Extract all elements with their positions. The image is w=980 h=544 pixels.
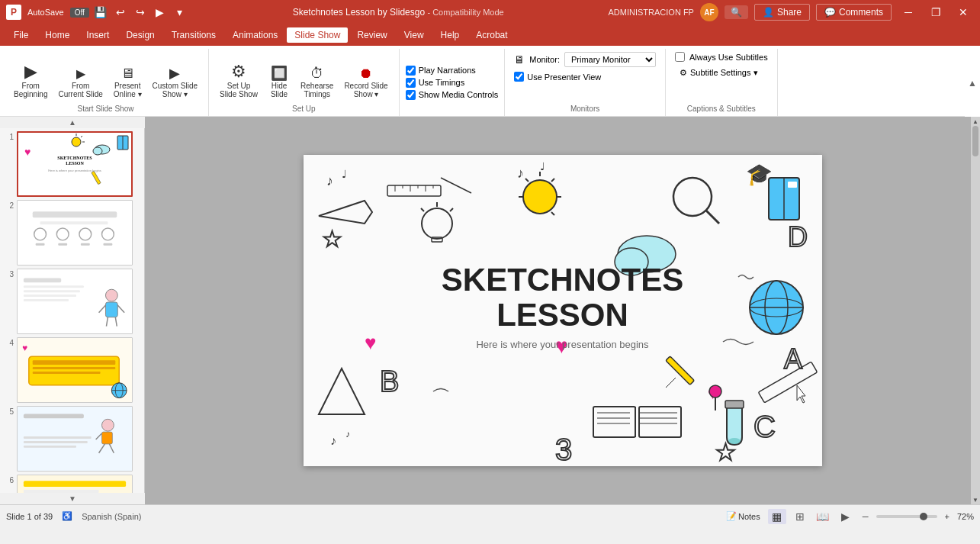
record-label: Record SlideShow ▾ bbox=[344, 82, 387, 98]
quick-access-dropdown[interactable]: ▾ bbox=[172, 4, 188, 21]
menu-help[interactable]: Help bbox=[433, 27, 468, 43]
presenter-view-checkbox[interactable] bbox=[514, 72, 524, 82]
ribbon-collapse-button[interactable]: ▲ bbox=[965, 46, 980, 117]
record-slide-show-button[interactable]: ⏺ Record SlideShow ▾ bbox=[339, 63, 392, 101]
scroll-up-arrow[interactable]: ▲ bbox=[971, 117, 980, 126]
autosave-toggle[interactable]: Off bbox=[70, 8, 89, 18]
notes-button[interactable]: 📝 Notes bbox=[723, 510, 763, 523]
subtitle-settings-button[interactable]: ⚙ Subtitle Settings ▾ bbox=[675, 66, 768, 79]
redo-button[interactable]: ↪ bbox=[132, 4, 149, 21]
zoom-thumb[interactable] bbox=[920, 513, 927, 520]
slide-thumb-3[interactable] bbox=[17, 269, 133, 334]
monitor-select[interactable]: Primary Monitor Monitor 1 Monitor 2 bbox=[564, 52, 656, 67]
menu-animations[interactable]: Animations bbox=[225, 27, 285, 43]
share-button[interactable]: 👤 Share bbox=[754, 4, 810, 21]
restore-button[interactable]: ❐ bbox=[925, 2, 946, 23]
scroll-down-arrow[interactable]: ▼ bbox=[971, 495, 980, 504]
slide-item-1[interactable]: 1 ♥ bbox=[3, 131, 141, 197]
menu-view[interactable]: View bbox=[397, 27, 432, 43]
slide-item-4[interactable]: 4 ♥ bbox=[3, 337, 141, 403]
svg-rect-26 bbox=[105, 302, 117, 317]
slide-thumb-1[interactable]: ♥ bbox=[17, 131, 133, 197]
play-narrations-label: Play Narrations bbox=[419, 66, 476, 75]
menu-acrobat[interactable]: Acrobat bbox=[468, 27, 515, 43]
title-bar-left: P AutoSave Off 💾 ↩ ↪ ▶ ▾ bbox=[6, 4, 188, 21]
use-timings-checkbox-row[interactable]: Use Timings bbox=[406, 78, 499, 88]
ribbon-content: ▶ FromBeginning ▶ FromCurrent Slide 🖥 Pr… bbox=[0, 46, 980, 117]
show-media-controls-checkbox[interactable] bbox=[406, 90, 416, 100]
always-use-subtitles-checkbox[interactable] bbox=[675, 52, 685, 62]
svg-point-25 bbox=[105, 289, 117, 301]
svg-rect-49 bbox=[24, 490, 99, 493]
slide-item-2[interactable]: 2 bbox=[3, 200, 141, 266]
zoom-out-button[interactable]: ─ bbox=[860, 510, 872, 523]
title-bar: P AutoSave Off 💾 ↩ ↪ ▶ ▾ Sketchnotes Les… bbox=[0, 0, 980, 24]
from-current-slide-button[interactable]: ▶ FromCurrent Slide bbox=[53, 65, 107, 101]
slide-item-6[interactable]: 6 bbox=[3, 475, 141, 493]
present-online-label: PresentOnline ▾ bbox=[114, 82, 142, 98]
zoom-slider[interactable] bbox=[876, 515, 937, 518]
menu-review[interactable]: Review bbox=[349, 27, 394, 43]
view-slideshow-button[interactable]: ▶ bbox=[837, 509, 855, 524]
menu-design[interactable]: Design bbox=[118, 27, 162, 43]
show-media-controls-checkbox-row[interactable]: Show Media Controls bbox=[406, 90, 499, 100]
save-button[interactable]: 💾 bbox=[92, 4, 109, 21]
use-timings-checkbox[interactable] bbox=[406, 78, 416, 88]
menu-transitions[interactable]: Transitions bbox=[164, 27, 223, 43]
menu-file[interactable]: File bbox=[6, 27, 36, 43]
slide-thumb-6[interactable] bbox=[17, 475, 133, 493]
view-slide-sorter-button[interactable]: ⊞ bbox=[791, 509, 809, 524]
search-titlebar[interactable]: 🔍 bbox=[725, 5, 748, 19]
view-normal-button[interactable]: ▦ bbox=[768, 509, 786, 524]
present-online-button[interactable]: 🖥 PresentOnline ▾ bbox=[109, 63, 146, 101]
app-logo: P bbox=[6, 5, 21, 20]
menu-home[interactable]: Home bbox=[37, 27, 77, 43]
monitor-selector-row: 🖥 Monitor: Primary Monitor Monitor 1 Mon… bbox=[514, 52, 656, 67]
panel-scroll-up[interactable]: ▲ bbox=[0, 117, 145, 128]
undo-button[interactable]: ↩ bbox=[112, 4, 129, 21]
svg-rect-35 bbox=[33, 372, 101, 374]
menu-slideshow[interactable]: Slide Show bbox=[287, 27, 348, 43]
ribbon-groups: ▶ FromBeginning ▶ FromCurrent Slide 🖥 Pr… bbox=[0, 49, 980, 116]
title-bar-right: ADMINISTRACION FP AF 🔍 👤 Share 💬 Comment… bbox=[609, 2, 975, 23]
slide-thumb-4[interactable]: ♥ bbox=[17, 337, 133, 403]
panel-scroll-down[interactable]: ▼ bbox=[0, 493, 145, 504]
from-beginning-button[interactable]: ▶ FromBeginning bbox=[9, 60, 52, 101]
rehearse-timings-button[interactable]: ⏱ RehearseTimings bbox=[296, 63, 338, 101]
slide-thumb-2[interactable] bbox=[17, 200, 133, 266]
menu-insert[interactable]: Insert bbox=[79, 27, 117, 43]
comments-button[interactable]: 💬 Comments bbox=[816, 4, 892, 21]
minimize-button[interactable]: ─ bbox=[898, 2, 919, 23]
slide-item-3[interactable]: 3 bbox=[3, 269, 141, 334]
set-up-slide-show-button[interactable]: ⚙ Set UpSlide Show bbox=[215, 60, 262, 101]
presenter-view-row[interactable]: Use Presenter View bbox=[514, 72, 656, 82]
notes-label: Notes bbox=[738, 512, 760, 521]
custom-slide-show-button[interactable]: ▶ Custom SlideShow ▾ bbox=[148, 63, 202, 101]
accessibility-icon[interactable]: ♿ bbox=[59, 510, 76, 523]
slide-number-3: 3 bbox=[3, 269, 14, 278]
rehearse-icon: ⏱ bbox=[310, 66, 324, 80]
slide-thumb-5[interactable] bbox=[17, 406, 133, 472]
scroll-thumb[interactable] bbox=[972, 126, 978, 156]
hide-slide-button[interactable]: 🔲 HideSlide bbox=[264, 63, 294, 101]
play-narrations-checkbox[interactable] bbox=[406, 66, 416, 76]
status-bar: Slide 1 of 39 ♿ Spanish (Spain) 📝 Notes … bbox=[0, 504, 980, 527]
slide-number-4: 4 bbox=[3, 337, 14, 347]
scroll-track[interactable] bbox=[971, 126, 980, 495]
play-narrations-checkbox-row[interactable]: Play Narrations bbox=[406, 66, 499, 76]
zoom-in-button[interactable]: + bbox=[942, 510, 953, 523]
slide-main-title-line1: SKETCHNOTES bbox=[442, 262, 683, 298]
zoom-level: 72% bbox=[957, 512, 974, 521]
slide-panel[interactable]: 1 ♥ bbox=[0, 128, 145, 493]
svg-rect-23 bbox=[24, 295, 76, 297]
always-use-subtitles-row[interactable]: Always Use Subtitles bbox=[675, 52, 768, 62]
slide-main-title-line2: LESSON bbox=[442, 298, 683, 333]
from-beginning-icon: ▶ bbox=[24, 63, 37, 80]
svg-rect-46 bbox=[24, 441, 88, 443]
view-reading-button[interactable]: 📖 bbox=[814, 509, 832, 524]
menu-bar: File Home Insert Design Transitions Anim… bbox=[0, 24, 980, 46]
slide-item-5[interactable]: 5 bbox=[3, 406, 141, 472]
close-button[interactable]: ✕ bbox=[953, 2, 974, 23]
present-button[interactable]: ▶ bbox=[152, 4, 169, 21]
svg-line-29 bbox=[106, 317, 108, 327]
